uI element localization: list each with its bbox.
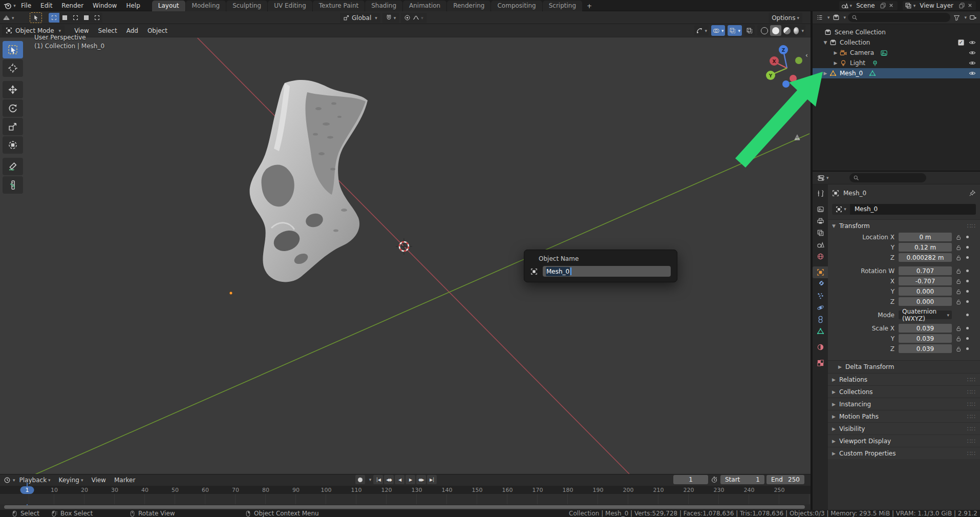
shading-wireframe-button[interactable] (759, 25, 770, 36)
render-region-button[interactable] (744, 25, 755, 36)
outliner-collection-dropdown[interactable] (832, 13, 840, 22)
topbar-menu-item[interactable]: Help (121, 1, 144, 10)
animate-dot[interactable] (966, 290, 969, 293)
record-button[interactable] (355, 475, 365, 484)
animate-dot[interactable] (966, 280, 969, 282)
collapsed-panel-header[interactable]: ▶ Instancing ∷∷ (828, 398, 980, 410)
timeline-menu-item[interactable]: Marker▾ (110, 475, 139, 485)
lock-icon[interactable] (954, 255, 963, 261)
move-tool[interactable] (3, 81, 23, 98)
viewport-3d[interactable]: Object Mode▾ ViewSelectAddObject ▾ ▾ ▾ ▾… (0, 24, 811, 474)
collapsed-panel-header[interactable]: ▶ Visibility ∷∷ (828, 422, 980, 435)
timeline-editor-type-dropdown[interactable] (3, 476, 11, 484)
expand-caret[interactable]: ▶ (832, 60, 839, 66)
panel-drag-handle[interactable]: ∷∷ (967, 222, 976, 230)
animate-dot[interactable] (966, 347, 969, 350)
tab-tool[interactable] (813, 188, 828, 199)
current-frame-field[interactable]: 1 (673, 475, 708, 484)
tab-modifiers[interactable] (813, 278, 828, 290)
current-frame-badge[interactable]: 1 (20, 486, 34, 494)
outliner-display-mode-dropdown[interactable] (816, 13, 824, 22)
view-layer-remove-icon[interactable] (966, 2, 974, 10)
animate-dot[interactable] (966, 337, 969, 340)
editor-type-selector[interactable]: ▾ (3, 12, 14, 23)
select-mode-set[interactable] (49, 13, 59, 23)
transform-value-field[interactable]: 0.000▾ (899, 297, 952, 306)
gizmo-toggle[interactable]: ▾ (694, 25, 709, 36)
outliner-search-input[interactable] (848, 13, 950, 22)
mesh-data-icon[interactable] (869, 70, 876, 77)
end-frame-field[interactable]: End250 (766, 475, 804, 484)
camera-data-icon[interactable] (880, 49, 888, 57)
transform-value-field[interactable]: 0.039▾ (899, 334, 952, 343)
outliner-label[interactable]: Mesh_0 (840, 70, 863, 77)
xray-toggle[interactable]: ▾ (728, 25, 742, 36)
transform-orientation-dropdown[interactable]: Global▾ (340, 13, 380, 23)
transform-value-field[interactable]: 0.000▾ (899, 287, 952, 296)
start-frame-field[interactable]: Start1 (720, 475, 764, 484)
tab-physics[interactable] (813, 302, 828, 314)
lock-icon[interactable] (954, 288, 963, 295)
lock-icon[interactable] (954, 278, 963, 284)
play-reverse-button[interactable]: ◀ (395, 475, 404, 484)
visibility-eye-icon[interactable] (969, 39, 976, 46)
visibility-eye-icon[interactable] (969, 70, 976, 77)
panel-drag-handle[interactable]: ∷∷ (967, 438, 976, 445)
timeline-menu-item[interactable]: Keying▾ (55, 475, 88, 485)
viewport-menu-item[interactable]: Object (143, 26, 172, 35)
topbar-menu-item[interactable]: File (16, 1, 36, 10)
workspace-tab[interactable]: Scripting (543, 1, 582, 11)
measure-tool[interactable] (3, 176, 23, 194)
transform-panel-header[interactable]: ▼ Transform ∷∷ (828, 220, 980, 232)
lock-icon[interactable] (954, 325, 963, 332)
tab-material[interactable] (813, 341, 828, 353)
record-options-caret[interactable]: ▾ (366, 475, 372, 484)
lock-icon[interactable] (954, 346, 963, 352)
cursor-tool[interactable] (3, 59, 23, 77)
outliner-label[interactable]: Collection (840, 39, 870, 46)
shading-material-button[interactable] (781, 25, 793, 36)
select-box-tool[interactable] (3, 41, 23, 58)
workspace-tab[interactable]: Rendering (447, 1, 491, 11)
new-collection-button[interactable] (969, 13, 977, 22)
animate-dot[interactable] (966, 300, 969, 303)
panel-drag-handle[interactable]: ∷∷ (967, 401, 976, 408)
overlays-toggle[interactable]: ▾ (711, 25, 726, 36)
proportional-edit-button[interactable]: ▾ (401, 13, 427, 23)
properties-search-input[interactable] (849, 173, 926, 182)
blender-logo-icon[interactable]: ▾ (3, 1, 16, 10)
outliner-label[interactable]: Light (850, 59, 865, 67)
workspace-tab[interactable]: Texture Paint (313, 1, 365, 11)
collapsed-panel-header[interactable]: ▶ Relations ∷∷ (828, 373, 980, 385)
scene-copy-icon[interactable] (879, 2, 887, 10)
animate-dot[interactable] (966, 314, 969, 316)
panel-drag-handle[interactable]: ∷∷ (967, 376, 976, 383)
timeline-menu-item[interactable]: Playback▾ (15, 475, 55, 485)
timeline-menu-item[interactable]: View▾ (87, 475, 110, 485)
transform-value-field[interactable]: 0 m▾ (899, 233, 952, 241)
scale-tool[interactable] (3, 118, 23, 135)
expand-caret[interactable]: ▶ (832, 50, 839, 55)
workspace-tab[interactable]: Sculpting (226, 1, 267, 11)
jump-to-end-button[interactable]: ▶│ (427, 475, 437, 484)
topbar-menu-item[interactable]: Edit (36, 1, 57, 10)
lock-icon[interactable] (954, 234, 963, 240)
timeline-track[interactable] (0, 494, 811, 504)
panel-drag-handle[interactable]: ∷∷ (967, 425, 976, 432)
animate-dot[interactable] (966, 246, 969, 249)
previous-keyframe-button[interactable]: ◀◆ (384, 475, 394, 484)
animate-dot[interactable] (966, 256, 969, 259)
lock-icon[interactable] (954, 244, 963, 251)
scene-name[interactable]: Scene (852, 2, 879, 9)
workspace-tab[interactable]: Shading (365, 1, 402, 11)
next-keyframe-button[interactable]: ◆▶ (416, 475, 426, 484)
topbar-menu-item[interactable]: Render (57, 1, 88, 10)
shading-solid-button[interactable] (770, 25, 781, 36)
tab-object-data[interactable] (813, 325, 828, 337)
view-layer-name[interactable]: View Layer (915, 2, 957, 9)
scene-unlink-icon[interactable] (887, 2, 896, 10)
visibility-eye-icon[interactable] (969, 59, 976, 67)
lock-icon[interactable] (954, 336, 963, 342)
snap-dropdown[interactable]: ▾ (382, 13, 399, 23)
tab-view-layer[interactable] (813, 227, 828, 239)
